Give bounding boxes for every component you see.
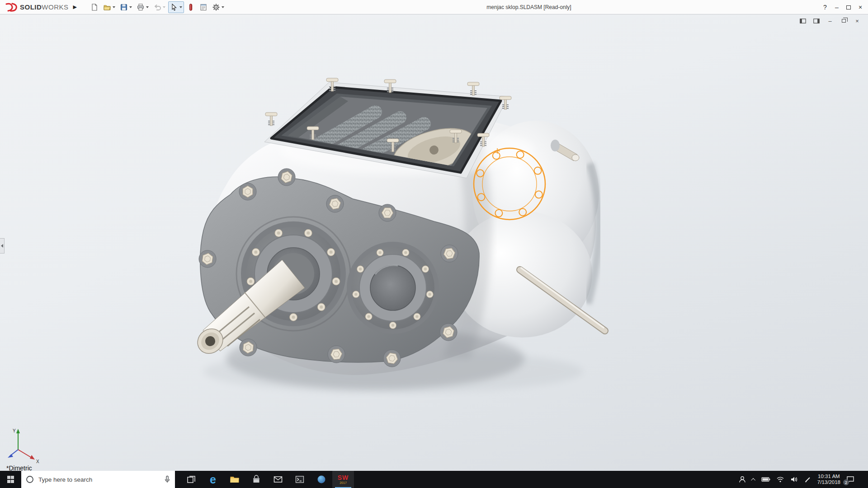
save-icon bbox=[120, 3, 128, 11]
taskbar-clock[interactable]: 10:31 AM 7/13/2018 bbox=[817, 474, 840, 485]
maximize-button[interactable] bbox=[843, 1, 854, 13]
taskbar-apps: e bbox=[180, 471, 354, 488]
mail-button[interactable] bbox=[267, 471, 289, 488]
task-view-icon bbox=[187, 475, 196, 484]
file-properties-icon bbox=[199, 3, 208, 11]
feature-panel-collapse-tab[interactable] bbox=[0, 238, 5, 253]
open-icon bbox=[103, 3, 111, 11]
title-bar: SOLIDWORKS ▶ bbox=[0, 0, 868, 14]
undo-dropdown-caret[interactable] bbox=[163, 6, 165, 8]
gearbox-model bbox=[193, 78, 605, 393]
cortana-icon bbox=[26, 475, 34, 483]
rebuild-button[interactable] bbox=[185, 1, 197, 13]
file-explorer-button[interactable] bbox=[224, 471, 245, 488]
solidworks-taskbar-button[interactable]: SW 2017 bbox=[332, 471, 354, 488]
dock-pane-right-icon bbox=[813, 19, 820, 23]
dock-pane-right-button[interactable] bbox=[812, 17, 821, 24]
select-dropdown-caret[interactable] bbox=[179, 6, 182, 8]
clock-time: 10:31 AM bbox=[817, 474, 840, 479]
print-button[interactable] bbox=[135, 1, 151, 13]
undo-button[interactable] bbox=[151, 1, 167, 13]
options-gear-icon bbox=[212, 3, 220, 11]
dock-pane-left-button[interactable] bbox=[798, 17, 807, 24]
new-document-button[interactable] bbox=[89, 1, 100, 13]
clock-date: 7/13/2018 bbox=[817, 479, 840, 485]
edge-icon: e bbox=[210, 474, 216, 485]
app-icon bbox=[317, 475, 326, 484]
file-properties-button[interactable] bbox=[198, 1, 209, 13]
model-canvas[interactable] bbox=[0, 14, 868, 471]
help-button[interactable]: ? bbox=[819, 1, 831, 13]
dock-pane-left-icon bbox=[800, 19, 806, 23]
solidworks-brand: SOLIDWORKS bbox=[5, 3, 69, 12]
terminal-icon bbox=[295, 475, 304, 483]
bearing-cover-right bbox=[347, 242, 439, 334]
windows-logo-icon bbox=[7, 476, 14, 483]
restore-icon bbox=[842, 19, 846, 23]
windows-taskbar: Type here to search e bbox=[0, 471, 868, 488]
select-cursor-icon bbox=[170, 3, 178, 11]
print-icon bbox=[137, 3, 145, 11]
triad-x-label: X bbox=[36, 459, 39, 464]
document-restore-button[interactable] bbox=[839, 17, 848, 24]
triad-y-label: Y bbox=[13, 428, 16, 433]
solidworks-app-icon: SW 2017 bbox=[338, 474, 349, 484]
print-dropdown-caret[interactable] bbox=[146, 6, 149, 8]
action-center-button[interactable]: 2 bbox=[846, 476, 854, 483]
maximize-icon bbox=[846, 5, 851, 9]
document-close-button[interactable]: × bbox=[853, 17, 862, 24]
brand-text-bold: SOLID bbox=[20, 3, 42, 11]
start-button[interactable] bbox=[0, 471, 21, 488]
hidden-icons-chevron[interactable] bbox=[751, 478, 755, 482]
rebuild-icon bbox=[187, 3, 195, 11]
view-orientation-label: *Dimetric bbox=[6, 465, 32, 471]
orientation-triad[interactable]: Y X bbox=[4, 423, 44, 469]
open-dropdown-caret[interactable] bbox=[113, 6, 115, 8]
document-minimize-button[interactable]: – bbox=[826, 17, 835, 24]
taskbar-search[interactable]: Type here to search bbox=[21, 471, 175, 488]
notification-badge: 2 bbox=[843, 479, 849, 485]
undo-icon bbox=[153, 3, 161, 11]
brand-text-light: WORKS bbox=[42, 3, 68, 11]
save-button[interactable] bbox=[118, 1, 134, 13]
quick-access-toolbar bbox=[89, 1, 226, 13]
window-controls: ? – × bbox=[819, 0, 866, 14]
minimize-button[interactable]: – bbox=[831, 1, 843, 13]
edge-button[interactable]: e bbox=[202, 471, 224, 488]
battery-icon[interactable] bbox=[761, 477, 770, 482]
volume-icon[interactable] bbox=[790, 476, 798, 483]
close-button[interactable]: × bbox=[854, 1, 866, 13]
solidworks-logo-icon bbox=[5, 3, 18, 12]
options-dropdown-caret[interactable] bbox=[222, 6, 224, 8]
task-view-button[interactable] bbox=[180, 471, 202, 488]
system-tray: 10:31 AM 7/13/2018 2 bbox=[738, 471, 868, 488]
terminal-button[interactable] bbox=[289, 471, 311, 488]
store-button[interactable] bbox=[245, 471, 267, 488]
new-document-icon bbox=[90, 3, 99, 11]
window-title: menjac sklop.SLDASM [Read-only] bbox=[452, 4, 606, 10]
options-button[interactable] bbox=[210, 1, 226, 13]
graphics-viewport[interactable]: – × Y X *Dimetric bbox=[0, 14, 868, 471]
file-explorer-icon bbox=[230, 475, 240, 483]
document-window-controls: – × bbox=[798, 17, 862, 24]
collapse-arrow-icon bbox=[1, 244, 3, 248]
search-placeholder: Type here to search bbox=[38, 476, 160, 483]
mail-icon bbox=[274, 476, 283, 483]
app-button[interactable] bbox=[311, 471, 332, 488]
network-wifi-icon[interactable] bbox=[776, 476, 784, 483]
people-icon[interactable] bbox=[738, 475, 746, 483]
pen-icon[interactable] bbox=[804, 476, 811, 483]
store-bag-icon bbox=[252, 475, 261, 484]
toolbar-flyout-arrow[interactable]: ▶ bbox=[73, 4, 77, 10]
select-button[interactable] bbox=[168, 1, 184, 13]
save-dropdown-caret[interactable] bbox=[129, 6, 132, 8]
open-button[interactable] bbox=[101, 1, 117, 13]
microphone-icon[interactable] bbox=[164, 475, 170, 483]
